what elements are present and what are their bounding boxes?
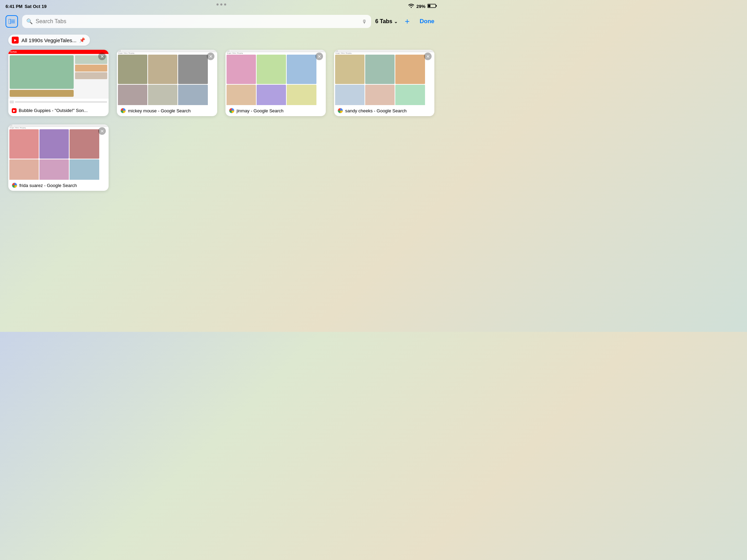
battery-label: 29% [416,4,425,9]
mic-icon[interactable]: 🎙 [362,19,367,25]
tab-card[interactable]: Images Videos Shopping ✕ mickey mouse - … [117,50,217,116]
tab-grid-row2: Images Videos Shopping ✕ frida suarez - … [0,116,443,191]
three-dots [216,3,226,6]
tab-close-button[interactable]: ✕ [207,53,214,60]
date: Sat Oct 19 [25,4,47,9]
tab-thumbnail: YouTube [8,50,109,105]
status-bar: 6:41 PM Sat Oct 19 29% [0,0,443,12]
tab-close-button[interactable]: ✕ [315,53,323,60]
tab-title: mickey mouse - Google Search [128,108,191,113]
done-button[interactable]: Done [417,17,437,26]
status-left: 6:41 PM Sat Oct 19 [6,4,47,9]
search-bar[interactable]: 🔍 🎙 [22,15,371,28]
tab-close-button[interactable]: ✕ [98,53,106,60]
tab-favicon [229,108,234,113]
time: 6:41 PM [6,4,22,9]
tab-card[interactable]: Images Videos Shopping ✕ jinmay - Google… [225,50,326,116]
tab-card[interactable]: YouTube [8,50,109,116]
status-right: 29% [408,3,437,9]
tab-title: jinmay - Google Search [237,108,284,113]
tab-label: Bubble Guppies - "Outside!" Son... [8,105,109,116]
pinned-tab[interactable]: All 1990s VeggieTales... 📌 [8,35,90,46]
svg-point-0 [411,7,412,8]
svg-rect-3 [428,4,431,7]
youtube-favicon [12,37,19,44]
tab-favicon [12,108,17,113]
sidebar-toggle-button[interactable] [6,15,18,28]
tab-card[interactable]: Images Videos Shopping ✕ sandy cheeks - … [334,50,434,116]
tab-label: sandy cheeks - Google Search [334,105,434,116]
svg-rect-2 [436,5,437,7]
wifi-icon [408,3,414,9]
tab-close-button[interactable]: ✕ [424,53,432,60]
svg-rect-4 [9,19,11,24]
tab-favicon [120,108,126,113]
tab-title: sandy cheeks - Google Search [345,108,407,113]
tab-grid: YouTube [0,50,443,116]
pin-icon: 📌 [79,37,85,43]
tab-thumbnail: Images Videos Shopping [334,50,434,105]
tab-favicon [338,108,343,113]
tab-title: frida suarez - Google Search [19,183,77,188]
tab-label: mickey mouse - Google Search [117,105,217,116]
tab-favicon [12,183,17,188]
add-tab-button[interactable]: + [402,16,413,27]
tab-card[interactable]: Images Videos Shopping ✕ frida suarez - … [8,124,109,191]
tab-thumbnail: Images Videos Shopping [117,50,217,105]
tab-label: frida suarez - Google Search [8,180,109,191]
tab-label: jinmay - Google Search [225,105,326,116]
tab-close-button[interactable]: ✕ [98,127,106,135]
search-input[interactable] [36,18,359,25]
tab-thumbnail: Images Videos Shopping [8,124,109,180]
tabs-count-button[interactable]: 6 Tabs [375,18,398,25]
toolbar: 🔍 🎙 6 Tabs + Done [0,12,443,32]
battery-icon [427,3,437,9]
search-icon: 🔍 [26,18,33,25]
pinned-tab-label: All 1990s VeggieTales... [21,37,76,43]
chevron-down-icon [394,18,398,25]
tab-title: Bubble Guppies - "Outside!" Son... [19,108,87,113]
tab-thumbnail: Images Videos Shopping [225,50,326,105]
